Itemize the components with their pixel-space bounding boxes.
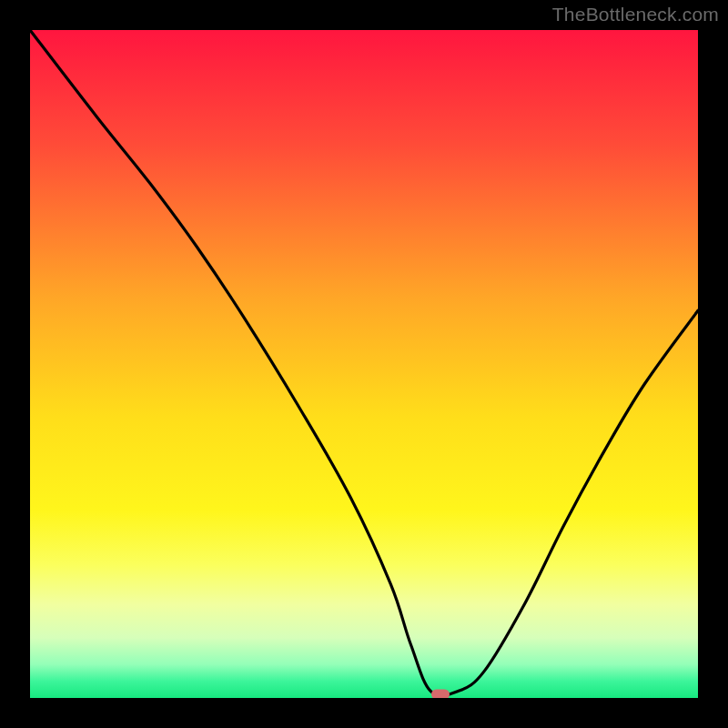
- chart-stage: TheBottleneck.com: [0, 0, 728, 728]
- optimum-marker: [431, 689, 450, 698]
- plot-area: [30, 30, 698, 698]
- watermark-text: TheBottleneck.com: [552, 4, 719, 25]
- bottleneck-curve: [30, 30, 698, 698]
- curve-path: [30, 30, 698, 696]
